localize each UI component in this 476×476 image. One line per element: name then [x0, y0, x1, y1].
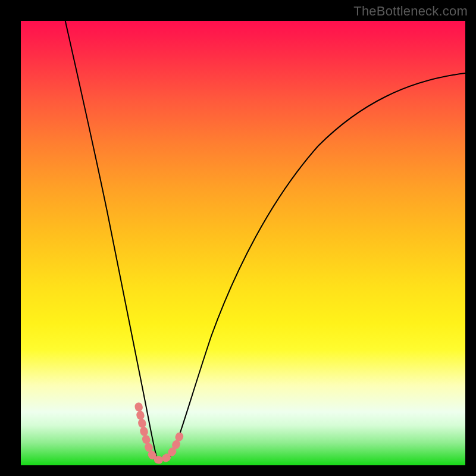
highlight-band [139, 406, 181, 460]
chart-frame: TheBottleneck.com [0, 0, 476, 476]
plot-area [21, 21, 465, 465]
bottleneck-curve [65, 21, 465, 460]
watermark-text: TheBottleneck.com [353, 4, 468, 19]
curve-svg-layer [21, 21, 465, 465]
